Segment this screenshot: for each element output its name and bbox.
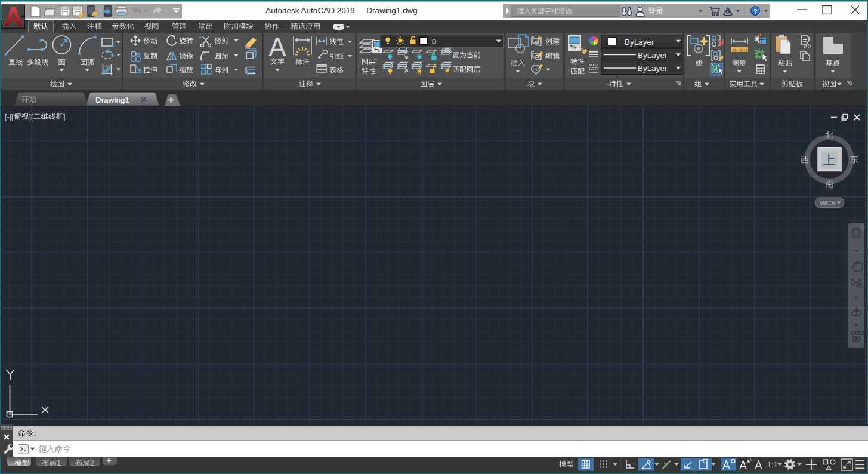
svg-text:Autodesk AutoCAD 2019: Autodesk AutoCAD 2019 <box>265 6 354 15</box>
svg-text:ByLayer: ByLayer <box>625 38 654 47</box>
svg-text:[-][: [-][ <box>5 113 14 121</box>
svg-text:ByLayer: ByLayer <box>638 51 668 60</box>
svg-text:]: ] <box>63 113 65 121</box>
svg-text:Drawing1.dwg: Drawing1.dwg <box>366 6 418 15</box>
svg-text:WCS: WCS <box>820 199 836 207</box>
svg-text:?: ? <box>753 8 757 15</box>
svg-text:2: 2 <box>90 459 94 467</box>
svg-text:A: A <box>268 32 286 61</box>
svg-text:1: 1 <box>57 459 61 467</box>
svg-text:0: 0 <box>432 37 436 46</box>
svg-text:Drawing1: Drawing1 <box>95 96 129 104</box>
svg-text::: : <box>34 429 36 438</box>
svg-text:ByLayer: ByLayer <box>638 64 668 73</box>
svg-text:1:1: 1:1 <box>767 461 777 469</box>
svg-text:][: ][ <box>29 113 33 121</box>
